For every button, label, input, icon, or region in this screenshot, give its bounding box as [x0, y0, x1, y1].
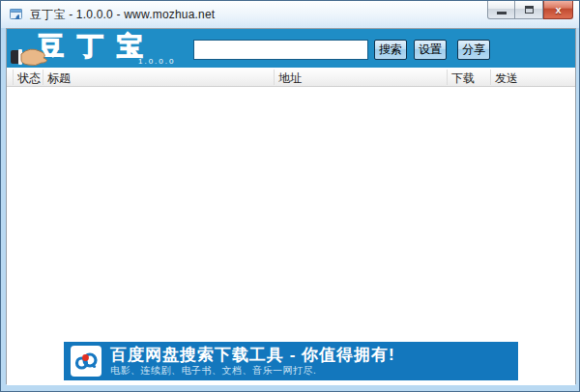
settings-button[interactable]: 设置 — [414, 40, 447, 60]
app-icon — [9, 7, 24, 22]
column-separator — [490, 70, 491, 85]
window-title: 豆丁宝 - 1.0.0.0 - www.mozhua.net — [30, 7, 215, 23]
toolbar: 豆丁宝 1.0.0.0 搜索 设置 分享 — [7, 29, 575, 68]
banner-subtitle: 电影、连续剧、电子书、文档、音乐一网打尽. — [110, 366, 395, 376]
search-button[interactable]: 搜索 — [374, 40, 407, 60]
maximize-icon — [525, 6, 534, 14]
hand-icon — [9, 44, 59, 73]
listview-body-empty — [7, 87, 575, 336]
banner-title: 百度网盘搜索下载工具 - 你值得拥有! — [110, 347, 395, 363]
maximize-button[interactable] — [515, 1, 543, 19]
share-button[interactable]: 分享 — [457, 40, 490, 60]
netdisk-logo-icon — [71, 346, 102, 377]
window-controls: x — [487, 1, 573, 19]
results-listview: 状态 标题 地址 下载 发送 — [7, 68, 575, 337]
minimize-icon — [497, 12, 507, 14]
client-area: 豆丁宝 1.0.0.0 搜索 设置 分享 状态 标题 地址 下载 发送 — [6, 28, 576, 384]
search-input[interactable] — [193, 40, 368, 60]
column-separator — [447, 70, 448, 85]
column-download[interactable]: 下载 — [451, 70, 475, 87]
version-label: 1.0.0.0 — [138, 57, 175, 66]
ad-banner[interactable]: 百度网盘搜索下载工具 - 你值得拥有! 电影、连续剧、电子书、文档、音乐一网打尽… — [64, 342, 518, 380]
titlebar: 豆丁宝 - 1.0.0.0 - www.mozhua.net x — [1, 1, 579, 28]
listview-header: 状态 标题 地址 下载 发送 — [7, 68, 575, 87]
app-window: 豆丁宝 - 1.0.0.0 - www.mozhua.net x 豆丁宝 1.0… — [0, 0, 580, 392]
column-address[interactable]: 地址 — [278, 70, 302, 87]
minimize-button[interactable] — [487, 1, 515, 19]
column-separator — [274, 70, 275, 85]
close-button[interactable]: x — [543, 1, 573, 19]
column-send[interactable]: 发送 — [495, 70, 518, 87]
bottom-area: 百度网盘搜索下载工具 - 你值得拥有! 电影、连续剧、电子书、文档、音乐一网打尽… — [7, 337, 575, 385]
close-icon: x — [555, 5, 561, 15]
